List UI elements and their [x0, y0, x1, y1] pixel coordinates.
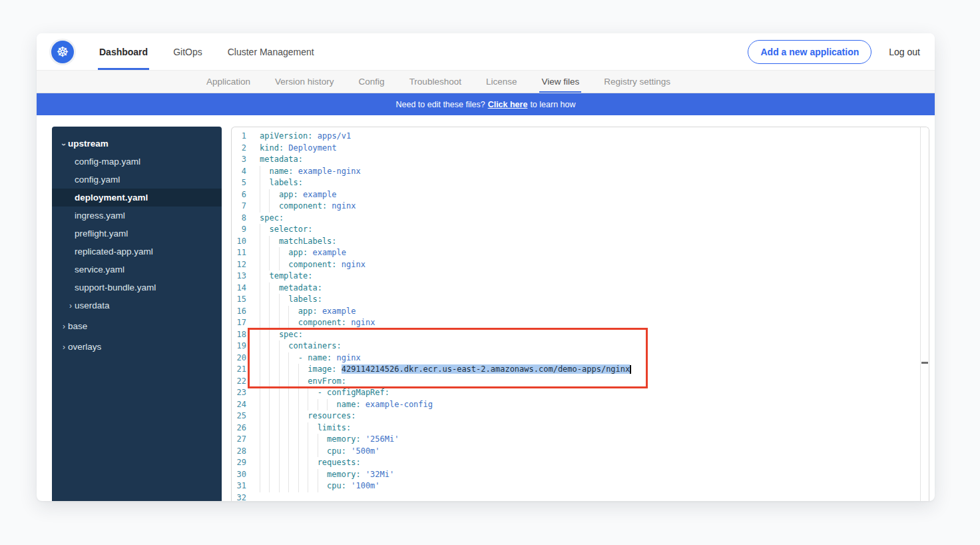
code-line[interactable]: 29requests: — [232, 457, 929, 469]
tab-version-history[interactable]: Version history — [275, 71, 334, 93]
code-line[interactable]: 27memory: '256Mi' — [232, 434, 929, 446]
code-line[interactable]: 30memory: '32Mi' — [232, 469, 929, 481]
line-number: 20 — [232, 352, 246, 364]
code-line[interactable]: 10matchLabels: — [232, 236, 929, 248]
code-line[interactable]: 1apiVersion: apps/v1 — [232, 131, 929, 143]
indent-guide — [260, 259, 269, 271]
tab-registry-settings[interactable]: Registry settings — [604, 71, 670, 93]
yaml-token: name: — [269, 167, 293, 176]
nav-item-cluster-management[interactable]: Cluster Management — [228, 33, 314, 70]
code-line[interactable]: 21image: 429114214526.dkr.ecr.us-east-2.… — [232, 364, 929, 376]
indent-guide — [269, 189, 278, 201]
yaml-token: configMapRef: — [327, 388, 389, 397]
indent-guide — [279, 364, 288, 376]
line-content: - name: nginx — [260, 352, 361, 364]
yaml-token — [294, 167, 298, 176]
code-line[interactable]: 9selector: — [232, 224, 929, 236]
indent-guide — [279, 480, 288, 492]
code-line[interactable]: 7component: nginx — [232, 201, 929, 213]
nav-item-gitops[interactable]: GitOps — [173, 33, 202, 70]
tree-folder-upstream[interactable]: ›upstream — [52, 135, 222, 153]
indent-guide — [269, 469, 278, 481]
tab-license[interactable]: License — [486, 71, 517, 93]
tree-file-preflight-yaml[interactable]: preflight.yaml — [52, 225, 222, 243]
yaml-token: cpu: — [327, 446, 346, 456]
code-line[interactable]: 31cpu: '100m' — [232, 480, 929, 492]
code-line[interactable]: 23- configMapRef: — [232, 387, 929, 399]
yaml-token: '256Mi' — [366, 434, 399, 444]
line-number: 13 — [232, 271, 246, 282]
yaml-token: example — [322, 306, 356, 316]
code-line[interactable]: 24name: example-config — [232, 399, 929, 411]
tab-application[interactable]: Application — [206, 71, 250, 93]
indent-guide — [260, 399, 269, 411]
code-area[interactable]: 1apiVersion: apps/v12kind: Deployment3me… — [232, 127, 929, 501]
tree-file-ingress-yaml[interactable]: ingress.yaml — [52, 207, 222, 225]
tree-file-replicated-app-yaml[interactable]: replicated-app.yaml — [52, 243, 222, 261]
code-line[interactable]: 6app: example — [232, 189, 929, 201]
indent-guide — [318, 399, 327, 411]
tree-file-support-bundle-yaml[interactable]: support-bundle.yaml — [52, 278, 222, 296]
yaml-token: - — [298, 353, 308, 362]
tree-file-config-map-yaml[interactable]: config-map.yaml — [52, 153, 222, 171]
line-number: 26 — [232, 422, 246, 434]
tree-file-deployment-yaml[interactable]: deployment.yaml — [52, 189, 222, 207]
tree-folder-base[interactable]: ›base — [52, 317, 222, 335]
code-line[interactable]: 20- name: nginx — [232, 352, 929, 364]
indent-guide — [318, 434, 327, 446]
tree-folder-userdata[interactable]: ›userdata — [52, 296, 222, 314]
tree-item-label: config.yaml — [75, 175, 120, 185]
tree-item-label: replicated-app.yaml — [75, 247, 153, 257]
code-line[interactable]: 3metadata: — [232, 154, 929, 166]
yaml-file-viewer[interactable]: 1apiVersion: apps/v12kind: Deployment3me… — [231, 127, 929, 501]
code-line[interactable]: 22envFrom: — [232, 376, 929, 388]
code-line[interactable]: 2kind: Deployment — [232, 143, 929, 155]
code-line[interactable]: 13template: — [232, 271, 929, 282]
indent-guide — [260, 224, 269, 236]
line-content: name: example-config — [260, 399, 433, 411]
tab-config[interactable]: Config — [359, 71, 385, 93]
code-line[interactable]: 26limits: — [232, 422, 929, 434]
indent-guide — [298, 446, 308, 458]
code-line[interactable]: 25resources: — [232, 410, 929, 422]
tree-folder-overlays[interactable]: ›overlays — [52, 338, 222, 356]
code-line[interactable]: 14metadata: — [232, 282, 929, 294]
code-line[interactable]: 4name: example-nginx — [232, 166, 929, 178]
banner-click-here-link[interactable]: Click here — [488, 100, 528, 109]
logout-button[interactable]: Log out — [889, 47, 920, 57]
code-line[interactable]: 15labels: — [232, 294, 929, 306]
line-content: cpu: '500m' — [260, 446, 380, 458]
indent-guide — [288, 410, 298, 422]
line-content: component: nginx — [260, 259, 366, 271]
tab-troubleshoot[interactable]: Troubleshoot — [409, 71, 461, 93]
indent-guide — [288, 469, 298, 481]
code-line[interactable]: 17component: nginx — [232, 317, 929, 329]
indent-guide — [298, 399, 308, 411]
add-new-application-button[interactable]: Add a new application — [748, 40, 871, 64]
tree-file-config-yaml[interactable]: config.yaml — [52, 171, 222, 189]
code-line[interactable]: 16app: example — [232, 306, 929, 318]
code-line[interactable]: 11app: example — [232, 247, 929, 259]
line-content: envFrom: — [260, 376, 346, 388]
code-line[interactable]: 5labels: — [232, 177, 929, 189]
code-line[interactable]: 12component: nginx — [232, 259, 929, 271]
code-line[interactable]: 19containers: — [232, 340, 929, 352]
indent-guide — [269, 259, 278, 271]
indent-guide — [318, 446, 327, 458]
line-content: memory: '32Mi' — [260, 469, 394, 481]
code-line[interactable]: 18spec: — [232, 329, 929, 341]
yaml-token: nginx — [332, 201, 356, 211]
tree-file-service-yaml[interactable]: service.yaml — [52, 261, 222, 278]
code-line[interactable]: 32 — [232, 492, 929, 502]
nav-item-dashboard[interactable]: Dashboard — [99, 33, 148, 70]
yaml-token: '500m' — [351, 446, 379, 456]
code-line[interactable]: 28cpu: '500m' — [232, 446, 929, 458]
indent-guide — [308, 422, 317, 434]
editor-scrollbar[interactable] — [920, 127, 929, 501]
indent-guide — [279, 422, 288, 434]
code-line[interactable]: 8spec: — [232, 213, 929, 225]
tab-view-files[interactable]: View files — [541, 71, 579, 93]
indent-guide — [288, 434, 298, 446]
yaml-token: requests: — [318, 458, 361, 467]
line-number: 22 — [232, 376, 246, 388]
